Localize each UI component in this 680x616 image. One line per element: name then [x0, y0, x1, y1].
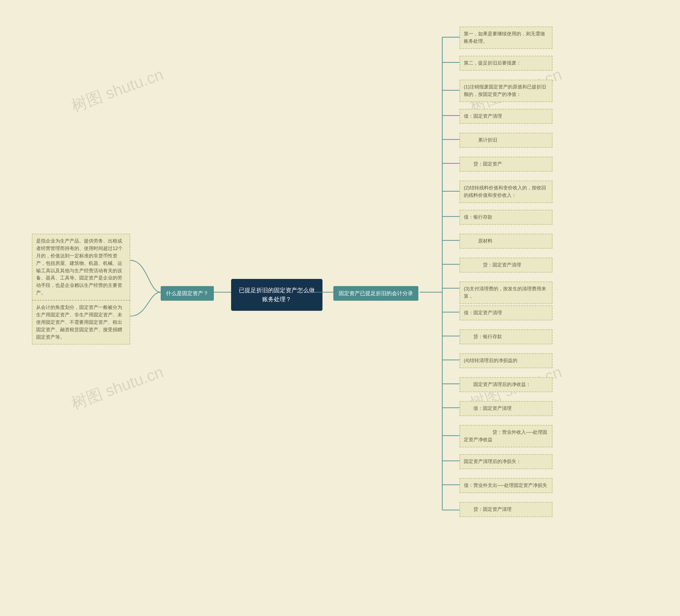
- leaf-text: 贷：银行存款: [464, 334, 502, 339]
- right-leaf-6: 贷：固定资产: [459, 157, 552, 172]
- mindmap-root: 已提足折旧的固定资产怎么做账务处理？: [231, 279, 322, 311]
- right-branch-label: 固定资产已提足折旧的会计分录: [339, 290, 413, 296]
- right-leaf-17: 贷：营业外收入──处理固定资产净收益: [459, 425, 552, 447]
- leaf-text: 第一，如果是要继续使用的，则无需做账务处理。: [464, 31, 545, 44]
- right-leaf-1: 第一，如果是要继续使用的，则无需做账务处理。: [459, 27, 552, 49]
- leaf-text: 借：银行存款: [464, 214, 492, 220]
- left-leaf-2: 从会计的角度划分，固定资产一般被分为生产用固定资产、非生产用固定资产、未使用固定…: [32, 300, 130, 344]
- left-branch-label: 什么是固定资产？: [166, 290, 208, 296]
- leaf-text: 借：固定资产清理: [464, 405, 512, 411]
- right-leaf-12: 借：固定资产清理: [459, 306, 552, 320]
- right-leaf-8: 借：银行存款: [459, 210, 552, 225]
- right-leaf-2: 第二，提足折旧后要报废：: [459, 56, 552, 71]
- right-leaf-13: 贷：银行存款: [459, 329, 552, 344]
- leaf-text: (1)注销报废固定资产的原值和已提折旧额的，按固定资产的净值：: [464, 84, 546, 97]
- watermark: 树图 shutu.cn: [68, 64, 166, 117]
- leaf-text: 借：营业外支出──处理固定资产净损失: [464, 483, 547, 488]
- leaf-text: 固定资产清理后的净收益：: [464, 382, 531, 387]
- leaf-text: (4)结转清理后的净损益的: [464, 358, 517, 363]
- leaf-text: 贷：营业外收入──处理固定资产净收益: [464, 429, 547, 442]
- right-leaf-3: (1)注销报废固定资产的原值和已提折旧额的，按固定资产的净值：: [459, 80, 552, 102]
- leaf-text: 第二，提足折旧后要报废：: [464, 60, 521, 65]
- leaf-text: 是指企业为生产产品、提供劳务、出租或者经营管理而持有的、使用时间超过12个月的，…: [36, 238, 123, 296]
- right-leaf-14: (4)结转清理后的净损益的: [459, 353, 552, 368]
- leaf-text: (2)结转残料价值和变价收入的，按收回的残料价值和变价收入：: [464, 185, 546, 198]
- leaf-text: 贷：固定资产清理: [464, 507, 512, 512]
- leaf-text: 原材料: [464, 238, 492, 244]
- right-leaf-19: 借：营业外支出──处理固定资产净损失: [459, 478, 552, 493]
- right-leaf-5: 累计折旧: [459, 133, 552, 148]
- leaf-text: 从会计的角度划分，固定资产一般被分为生产用固定资产、非生产用固定资产、未使用固定…: [36, 305, 122, 340]
- right-leaf-4: 借：固定资产清理: [459, 109, 552, 124]
- right-leaf-9: 原材料: [459, 234, 552, 249]
- right-branch: 固定资产已提足折旧的会计分录: [333, 286, 418, 301]
- right-leaf-15: 固定资产清理后的净收益：: [459, 377, 552, 392]
- root-title: 已提足折旧的固定资产怎么做账务处理？: [239, 287, 315, 303]
- leaf-text: 借：固定资产清理: [464, 113, 502, 119]
- leaf-text: 贷：固定资产: [464, 161, 502, 167]
- right-leaf-18: 固定资产清理后的净损失：: [459, 454, 552, 469]
- leaf-text: 借：固定资产清理: [464, 310, 502, 315]
- left-branch: 什么是固定资产？: [161, 286, 214, 301]
- left-leaf-1: 是指企业为生产产品、提供劳务、出租或者经营管理而持有的、使用时间超过12个月的，…: [32, 234, 130, 301]
- leaf-text: (3)支付清理费的，按发生的清理费用来算，: [464, 286, 546, 299]
- watermark: 树图 shutu.cn: [68, 361, 166, 414]
- right-leaf-7: (2)结转残料价值和变价收入的，按收回的残料价值和变价收入：: [459, 180, 552, 203]
- right-leaf-10: 贷：固定资产清理: [459, 258, 552, 273]
- right-leaf-11: (3)支付清理费的，按发生的清理费用来算，: [459, 282, 552, 304]
- leaf-text: 固定资产清理后的净损失：: [464, 459, 521, 464]
- leaf-text: 贷：固定资产清理: [464, 262, 521, 268]
- leaf-text: 累计折旧: [464, 137, 497, 143]
- right-leaf-20: 贷：固定资产清理: [459, 502, 552, 517]
- right-leaf-16: 借：固定资产清理: [459, 401, 552, 416]
